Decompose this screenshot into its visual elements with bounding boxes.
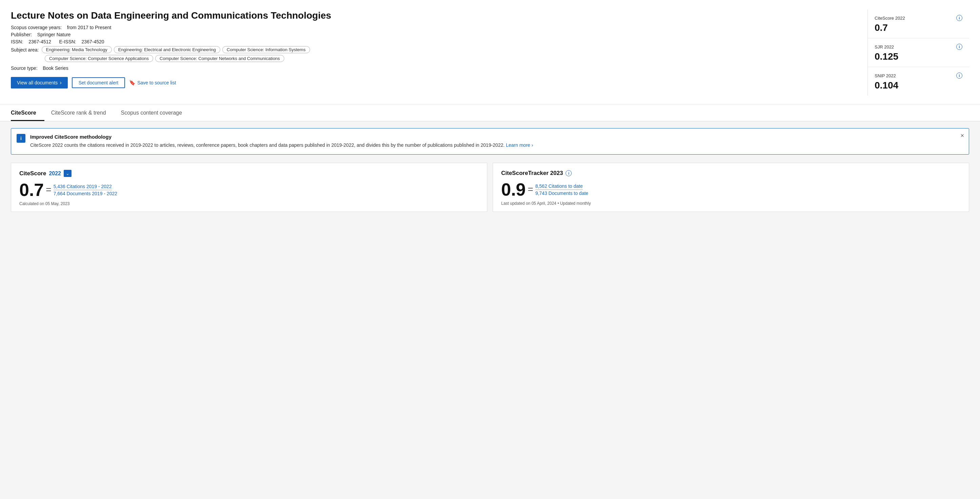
citescore-value-row: 0.7 = 5,436 Citations 2019 - 2022 7,664 …	[19, 180, 479, 200]
view-all-docs-button[interactable]: View all documents ›	[11, 77, 68, 88]
subject-area-label: Subject area:	[11, 47, 39, 53]
citescore-metric-label: CiteScore 2022 i	[875, 15, 963, 21]
snip-metric-label: SNIP 2022 i	[875, 73, 963, 79]
calculated-on: Calculated on 05 May, 2023	[19, 201, 479, 206]
info-banner-icon: i	[17, 134, 25, 143]
issn-value: 2367-4512	[29, 39, 51, 45]
metrics-panel: CiteScore 2022 i 0.7 SJR 2022 i 0.125 SN…	[867, 10, 969, 96]
save-to-source-list-button[interactable]: 🔖 Save to source list	[129, 80, 176, 86]
coverage-label: Scopus coverage years:	[11, 25, 62, 30]
info-banner-body: Improved CiteScore methodology CiteScore…	[30, 134, 962, 149]
sjr-metric-label: SJR 2022 i	[875, 44, 963, 50]
subject-area-row2: Computer Science: Computer Science Appli…	[45, 55, 857, 62]
snip-metric: SNIP 2022 i 0.104	[868, 67, 969, 96]
publisher-value: Springer Nature	[37, 32, 71, 37]
action-buttons: View all documents › Set document alert …	[11, 77, 857, 88]
citescore-metric: CiteScore 2022 i 0.7	[868, 10, 969, 38]
coverage-line: Scopus coverage years: from 2017 to Pres…	[11, 25, 857, 30]
tracker-big-value: 0.9	[501, 179, 526, 200]
chevron-right-icon: ›	[532, 142, 533, 148]
tracker-equals-sign: =	[528, 184, 533, 195]
citescore-card-header: CiteScore 2022 ⌄	[19, 170, 479, 177]
fraction-numerator[interactable]: 5,436 Citations 2019 - 2022	[54, 184, 112, 190]
set-alert-label: Set document alert	[79, 80, 119, 85]
publisher-label: Publisher:	[11, 32, 32, 37]
citescore-metric-value: 0.7	[875, 22, 963, 33]
learn-more-link[interactable]: Learn more	[506, 142, 530, 148]
cards-row: CiteScore 2022 ⌄ 0.7 = 5,436 Citations 2…	[11, 163, 969, 212]
citescore-card: CiteScore 2022 ⌄ 0.7 = 5,436 Citations 2…	[11, 163, 487, 212]
content-area: i Improved CiteScore methodology CiteSco…	[0, 121, 980, 218]
subject-tag-3: Computer Science: Computer Science Appli…	[45, 55, 153, 62]
bookmark-icon: 🔖	[129, 80, 135, 86]
info-banner-title: Improved CiteScore methodology	[30, 134, 962, 140]
tracker-fraction-block: 8,562 Citations to date 9,743 Documents …	[535, 183, 588, 196]
save-to-source-label: Save to source list	[137, 80, 176, 85]
snip-metric-value: 0.104	[875, 80, 963, 91]
publisher-line: Publisher: Springer Nature	[11, 32, 857, 37]
issn-label: ISSN:	[11, 39, 23, 45]
year-dropdown-button[interactable]: ⌄	[64, 170, 72, 177]
citescore-card-title: CiteScore	[19, 170, 46, 177]
set-document-alert-button[interactable]: Set document alert	[72, 77, 126, 88]
fraction-block: 5,436 Citations 2019 - 2022 7,664 Docume…	[54, 184, 117, 196]
tracker-info-icon[interactable]: i	[566, 170, 572, 176]
subject-tag-2: Computer Science: Information Systems	[222, 46, 310, 53]
citescore-tracker-card: CiteScoreTracker 2023 i 0.9 = 8,562 Cita…	[493, 163, 969, 212]
citescore-card-year: 2022	[49, 171, 61, 177]
banner-close-button[interactable]: ×	[960, 132, 964, 139]
tracker-fraction-numerator[interactable]: 8,562 Citations to date	[535, 183, 583, 190]
tab-citescore[interactable]: CiteScore	[11, 105, 45, 121]
journal-title: Lecture Notes on Data Engineering and Co…	[11, 10, 857, 21]
subject-tag-0: Engineering: Media Technology	[42, 46, 112, 53]
tab-scopus-content-coverage[interactable]: Scopus content coverage	[121, 105, 191, 121]
issn-line: ISSN: 2367-4512 E-ISSN: 2367-4520	[11, 39, 857, 45]
tracker-last-updated: Last updated on 05 April, 2024 • Updated…	[501, 201, 961, 206]
tracker-card-title: CiteScoreTracker 2023	[501, 170, 563, 177]
equals-sign: =	[46, 184, 51, 195]
tab-citescore-rank-trend[interactable]: CiteScore rank & trend	[51, 105, 114, 121]
sjr-metric-value: 0.125	[875, 51, 963, 62]
citescore-big-value: 0.7	[19, 180, 44, 200]
eissn-label: E-ISSN:	[59, 39, 76, 45]
tabs-section: CiteScore CiteScore rank & trend Scopus …	[0, 105, 980, 121]
fraction-denominator[interactable]: 7,664 Documents 2019 - 2022	[54, 191, 117, 196]
subject-tag-4: Computer Science: Computer Networks and …	[155, 55, 284, 62]
citescore-info-icon[interactable]: i	[956, 15, 963, 21]
tabs-row: CiteScore CiteScore rank & trend Scopus …	[11, 105, 969, 121]
source-type-line: Source type: Book Series	[11, 65, 857, 71]
eissn-value: 2367-4520	[82, 39, 104, 45]
subject-tag-1: Engineering: Electrical and Electronic E…	[114, 46, 220, 53]
tracker-value-row: 0.9 = 8,562 Citations to date 9,743 Docu…	[501, 179, 961, 200]
snip-info-icon[interactable]: i	[956, 73, 963, 79]
info-banner: i Improved CiteScore methodology CiteSco…	[11, 128, 969, 155]
source-type-value: Book Series	[43, 65, 68, 71]
tracker-fraction-denominator[interactable]: 9,743 Documents to date	[535, 191, 588, 196]
subject-area-row1: Subject area: Engineering: Media Technol…	[11, 46, 857, 53]
tracker-card-header: CiteScoreTracker 2023 i	[501, 170, 961, 177]
source-type-label: Source type:	[11, 65, 38, 71]
sjr-info-icon[interactable]: i	[956, 44, 963, 50]
coverage-value: from 2017 to Present	[67, 25, 111, 30]
chevron-down-icon: ⌄	[66, 171, 70, 176]
arrow-right-icon: ›	[60, 80, 61, 86]
info-banner-text: CiteScore 2022 counts the citations rece…	[30, 142, 962, 149]
sjr-metric: SJR 2022 i 0.125	[868, 38, 969, 67]
view-all-docs-label: View all documents	[17, 80, 57, 85]
